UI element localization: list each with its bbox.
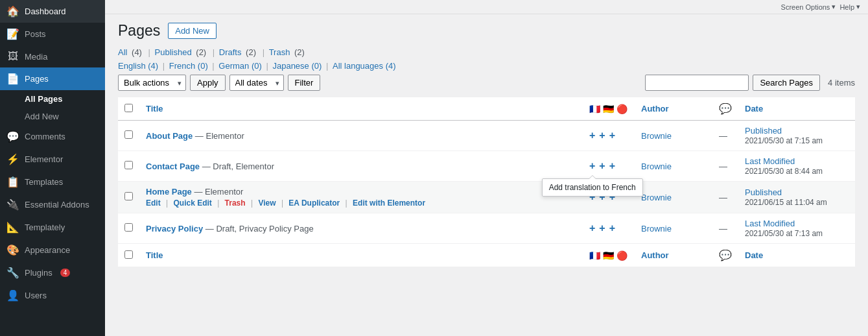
page-title-link[interactable]: Contact Page — [146, 162, 200, 171]
filter-published[interactable]: Published (2) — [155, 47, 209, 57]
filter-japanese[interactable]: Japanese (0) — [272, 61, 322, 71]
filter-button[interactable]: Filter — [288, 75, 321, 91]
items-count: 4 items — [828, 78, 855, 88]
add-german-button[interactable]: + — [599, 130, 605, 141]
lang-filter-links: English (4) | French (0) | German (0) | … — [118, 61, 855, 71]
author-link[interactable]: Brownie — [641, 193, 672, 202]
tooltip-add-french: Add translation to French — [542, 178, 643, 197]
status-filter-links: All (4) | Published (2) | Drafts (2) | T… — [118, 47, 855, 57]
footer-author[interactable]: Author — [635, 244, 712, 267]
add-japanese-button[interactable]: + — [609, 222, 615, 234]
author-link[interactable]: Brownie — [641, 131, 672, 141]
filter-trash[interactable]: Trash (2) — [269, 47, 307, 57]
sidebar-subitem-add-new[interactable]: Add New — [0, 108, 105, 125]
author-link[interactable]: Brownie — [641, 224, 672, 234]
comments-dash: — — [719, 162, 727, 171]
bulk-actions-select[interactable]: Bulk actions — [118, 75, 186, 91]
page-title-link[interactable]: Home Page — [146, 187, 192, 197]
add-french-button[interactable]: + — [589, 160, 595, 171]
select-all-checkbox-footer[interactable] — [124, 250, 133, 259]
drafts-count: (2) — [246, 47, 256, 57]
toolbar-right: Search Pages 4 items — [645, 75, 855, 91]
date-value: 2021/05/30 at 7:13 am — [745, 229, 823, 238]
table-header-row: Title 🇫🇷 🇩🇪 🔴 Author 💬 Date — [118, 97, 855, 121]
table-row: Contact Page — Draft, Elementor + Add tr… — [118, 151, 855, 182]
row-checkbox[interactable] — [124, 192, 133, 200]
row-author-cell: Brownie — [635, 121, 712, 151]
sidebar-item-posts[interactable]: 📝 Posts — [0, 23, 105, 45]
dates-select[interactable]: All dates — [229, 75, 284, 91]
sidebar-item-templates[interactable]: 📋 Templates — [0, 171, 105, 193]
apply-button[interactable]: Apply — [190, 75, 226, 91]
add-japanese-button[interactable]: + — [609, 160, 615, 172]
search-input[interactable] — [645, 75, 749, 91]
help-button[interactable]: Help ▾ — [839, 3, 860, 11]
dates-wrap: All dates — [229, 75, 284, 91]
page-subtitle: — Draft, Elementor — [202, 162, 274, 171]
sidebar-item-label: Users — [25, 291, 47, 300]
col-header-title[interactable]: Title — [139, 97, 583, 121]
row-comments-cell: — — [712, 151, 738, 182]
posts-icon: 📝 — [6, 28, 19, 40]
sidebar-item-elementor[interactable]: ⚡ Elementor — [0, 148, 105, 171]
filter-all[interactable]: All (4) — [118, 47, 144, 57]
action-edit-with-elementor[interactable]: Edit with Elementor — [353, 198, 425, 208]
filter-english[interactable]: English (4) — [118, 61, 158, 71]
col-header-author[interactable]: Author — [635, 97, 712, 121]
action-quick-edit[interactable]: Quick Edit — [173, 198, 211, 208]
footer-check — [118, 244, 139, 267]
row-checkbox[interactable] — [124, 161, 133, 169]
add-german-button[interactable]: + — [599, 160, 605, 172]
action-edit[interactable]: Edit — [146, 198, 161, 208]
page-title-link[interactable]: Privacy Policy — [146, 224, 203, 234]
page-title-link[interactable]: About Page — [146, 131, 193, 141]
screen-options-chevron: ▾ — [832, 3, 836, 11]
sidebar-item-plugins[interactable]: 🔧 Plugins 4 — [0, 261, 105, 284]
screen-options-button[interactable]: Screen Options ▾ — [781, 3, 836, 11]
row-author-cell: Brownie — [635, 182, 712, 213]
sidebar-item-users[interactable]: 👤 Users — [0, 284, 105, 307]
sidebar-item-pages[interactable]: 📄 Pages — [0, 67, 105, 90]
row-checkbox[interactable] — [124, 130, 133, 139]
sidebar-item-dashboard[interactable]: 🏠 Dashboard — [0, 0, 105, 23]
add-french-button[interactable]: + — [589, 130, 595, 141]
pages-icon: 📄 — [6, 73, 19, 85]
footer-comments: 💬 — [712, 244, 738, 267]
action-ea-duplicator[interactable]: EA Duplicator — [288, 198, 340, 208]
add-german-button[interactable]: + — [599, 222, 605, 234]
filter-german[interactable]: German (0) — [218, 61, 261, 71]
footer-date[interactable]: Date — [738, 244, 855, 267]
row-check-cell — [118, 151, 139, 182]
author-link[interactable]: Brownie — [641, 162, 672, 171]
sidebar-item-comments[interactable]: 💬 Comments — [0, 125, 105, 148]
filter-all-languages[interactable]: All languages (4) — [333, 61, 396, 71]
action-view[interactable]: View — [258, 198, 276, 208]
sidebar-subitem-all-pages[interactable]: All Pages — [0, 90, 105, 108]
comments-dash: — — [719, 131, 727, 141]
add-french-button[interactable]: + — [589, 222, 595, 234]
search-pages-button[interactable]: Search Pages — [753, 75, 820, 91]
filter-french[interactable]: French (0) — [169, 61, 208, 71]
sidebar-item-templately[interactable]: 📐 Templately — [0, 216, 105, 239]
sidebar-item-essential-addons[interactable]: 🔌 Essential Addons — [0, 193, 105, 216]
row-title-cell: Privacy Policy — Draft, Privacy Policy P… — [139, 213, 583, 244]
row-flags-cell: + Add translation to French + + — [583, 151, 635, 182]
templately-icon: 📐 — [6, 221, 19, 234]
add-japanese-button[interactable]: + — [609, 130, 615, 141]
trash-count: (2) — [294, 47, 305, 57]
date-status: Last Modified — [745, 156, 795, 166]
main-content: Screen Options ▾ Help ▾ Pages Add New Al… — [105, 0, 868, 336]
sidebar-item-appearance[interactable]: 🎨 Appearance — [0, 239, 105, 261]
add-new-button[interactable]: Add New — [168, 23, 217, 39]
media-icon: 🖼 — [6, 51, 19, 62]
select-all-checkbox[interactable] — [124, 104, 133, 112]
row-actions: Edit | Quick Edit | Trash | View | EA Du… — [146, 198, 576, 208]
filter-drafts[interactable]: Drafts (2) — [219, 47, 258, 57]
action-trash[interactable]: Trash — [225, 198, 246, 208]
essential-addons-icon: 🔌 — [6, 198, 19, 211]
sidebar-item-media[interactable]: 🖼 Media — [0, 45, 105, 67]
footer-title[interactable]: Title — [139, 244, 583, 267]
table-row: Home Page — Elementor Edit | Quick Edit … — [118, 182, 855, 213]
col-header-date[interactable]: Date — [738, 97, 855, 121]
row-checkbox[interactable] — [124, 223, 133, 232]
